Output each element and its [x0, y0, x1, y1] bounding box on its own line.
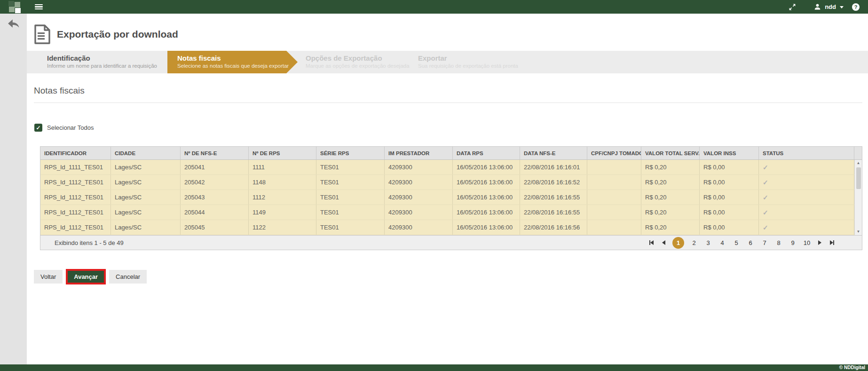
table-cell: RPS_Id_1112_TES01: [40, 205, 111, 220]
column-header[interactable]: DATA RPS: [453, 147, 520, 159]
table-cell: 16/05/2016 13:06:00: [453, 220, 520, 235]
wizard-step-opcoes-exportacao: Opções de Exportação Marque as opções de…: [298, 51, 415, 73]
step-label: Notas fiscais: [177, 54, 298, 63]
table-row[interactable]: RPS_Id_1112_TES01Lages/SC2050441149TES01…: [40, 205, 862, 220]
step-label: Exportar: [418, 54, 594, 63]
page-number-7[interactable]: 7: [760, 239, 769, 246]
table-cell: 1122: [249, 220, 316, 235]
voltar-button[interactable]: Voltar: [34, 270, 63, 284]
table-cell: RPS_Id_1111_TES01: [40, 160, 111, 174]
column-header[interactable]: IDENTIFICADOR: [40, 147, 111, 159]
column-header[interactable]: DATA NFS-E: [520, 147, 587, 159]
main-content: Exportação por download Identificação In…: [27, 14, 868, 364]
wizard-step-identificacao[interactable]: Identificação Informe um nome para ident…: [27, 51, 167, 73]
table-row[interactable]: RPS_Id_1112_TES01Lages/SC2050451122TES01…: [40, 220, 862, 235]
help-icon[interactable]: ?: [852, 3, 860, 11]
page-number-9[interactable]: 9: [789, 239, 797, 246]
table-cell: RPS_Id_1112_TES01: [40, 220, 111, 235]
back-arrow-icon[interactable]: [8, 18, 20, 29]
select-all-checkbox[interactable]: ✓ Selecionar Todos: [34, 124, 94, 132]
table-cell: 1112: [249, 190, 316, 205]
column-header[interactable]: CIDADE: [111, 147, 181, 159]
column-header[interactable]: VALOR TOTAL SERV...: [641, 147, 700, 159]
avancar-button[interactable]: Avançar: [66, 269, 106, 284]
step-label: Identificação: [47, 54, 167, 63]
page-number-1[interactable]: 1: [672, 237, 684, 249]
table-cell: Lages/SC: [111, 205, 181, 220]
sidebar: [0, 14, 27, 364]
table-cell: 16/05/2016 13:06:00: [453, 190, 520, 205]
page-number-4[interactable]: 4: [718, 239, 726, 246]
column-header[interactable]: Nº DE RPS: [249, 147, 316, 159]
chevron-down-icon[interactable]: [840, 6, 844, 8]
table-cell: 4209300: [385, 220, 453, 235]
pagination: 12345678910: [645, 237, 862, 249]
wizard-step-notas-fiscais[interactable]: Notas fiscais Selecione as notas fiscais…: [167, 51, 298, 73]
table-cell: 22/08/2016 16:16:55: [520, 190, 587, 205]
table-cell: 16/05/2016 13:06:00: [453, 160, 520, 174]
menu-icon[interactable]: [35, 4, 43, 9]
table-cell: 205043: [181, 190, 249, 205]
user-menu[interactable]: ndd: [825, 3, 836, 10]
status-cell: ✓: [759, 190, 854, 205]
status-check-icon: ✓: [763, 194, 768, 201]
column-header[interactable]: IM PRESTADOR: [385, 147, 453, 159]
table-cell: [587, 175, 641, 189]
table-cell: R$ 0,20: [641, 205, 700, 220]
table-cell: TES01: [316, 205, 385, 220]
table-cell: [587, 205, 641, 220]
column-header[interactable]: CPF/CNPJ TOMADOR: [587, 147, 641, 159]
table-cell: R$ 0,00: [700, 205, 759, 220]
first-page-button[interactable]: [649, 240, 654, 245]
page-title: Exportação por download: [57, 29, 178, 40]
vertical-scrollbar[interactable]: ▲ ▼: [854, 160, 862, 235]
last-page-button[interactable]: [830, 240, 834, 245]
previous-page-button[interactable]: [662, 240, 665, 245]
page-number-5[interactable]: 5: [732, 239, 741, 246]
grid-body: RPS_Id_1111_TES01Lages/SC2050411111TES01…: [40, 160, 862, 235]
status-check-icon: ✓: [763, 224, 768, 231]
column-header[interactable]: STATUS: [759, 147, 854, 159]
status-cell: ✓: [759, 160, 854, 174]
section-title: Notas fiscais: [34, 86, 862, 103]
status-cell: ✓: [759, 220, 854, 235]
action-buttons: Voltar Avançar Cancelar: [34, 269, 868, 284]
column-header[interactable]: SÉRIE RPS: [316, 147, 385, 159]
step-sublabel: Selecione as notas fiscais que deseja ex…: [177, 63, 298, 70]
table-cell: 205041: [181, 160, 249, 174]
table-row[interactable]: RPS_Id_1112_TES01Lages/SC2050431112TES01…: [40, 190, 862, 205]
select-all-label: Selecionar Todos: [47, 124, 94, 131]
fullscreen-icon[interactable]: [789, 3, 796, 11]
table-row[interactable]: RPS_Id_1112_TES01Lages/SC2050421148TES01…: [40, 175, 862, 190]
table-cell: R$ 0,00: [700, 160, 759, 174]
table-cell: [587, 160, 641, 174]
table-cell: 4209300: [385, 160, 453, 174]
table-cell: 1149: [249, 205, 316, 220]
column-header-filler: [854, 147, 862, 159]
scroll-up-icon[interactable]: ▲: [857, 160, 860, 166]
status-cell: ✓: [759, 175, 854, 189]
page-number-3[interactable]: 3: [704, 239, 712, 246]
copyright-text: © NDDigital: [839, 365, 865, 370]
app-logo-icon: [8, 0, 22, 13]
cancelar-button[interactable]: Cancelar: [109, 270, 147, 284]
user-icon[interactable]: [814, 3, 821, 10]
table-cell: 205045: [181, 220, 249, 235]
table-cell: [587, 190, 641, 205]
next-page-button[interactable]: [818, 240, 821, 245]
page-number-8[interactable]: 8: [774, 239, 783, 246]
scrollbar-thumb[interactable]: [856, 167, 861, 189]
page-number-10[interactable]: 10: [803, 239, 811, 246]
page-number-2[interactable]: 2: [690, 239, 698, 246]
table-cell: TES01: [316, 175, 385, 189]
checkbox-checked-icon[interactable]: ✓: [34, 124, 42, 132]
table-cell: R$ 0,20: [641, 160, 700, 174]
scroll-down-icon[interactable]: ▼: [857, 229, 860, 235]
table-cell: Lages/SC: [111, 160, 181, 174]
page-number-6[interactable]: 6: [746, 239, 755, 246]
column-header[interactable]: VALOR INSS: [700, 147, 759, 159]
column-header[interactable]: Nº DE NFS-E: [181, 147, 249, 159]
table-row[interactable]: RPS_Id_1111_TES01Lages/SC2050411111TES01…: [40, 160, 862, 175]
table-cell: 16/05/2016 13:06:00: [453, 175, 520, 189]
table-cell: 22/08/2016 16:16:01: [520, 160, 587, 174]
